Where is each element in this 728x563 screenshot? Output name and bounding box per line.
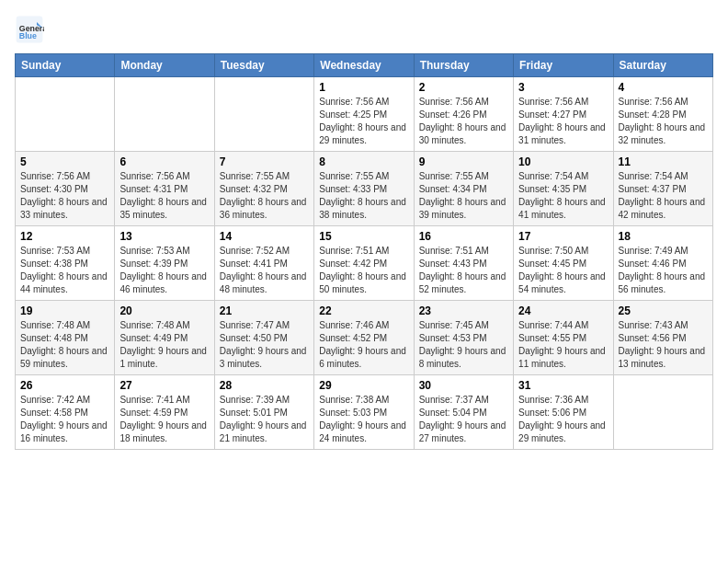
calendar-day-cell: 14Sunrise: 7:52 AM Sunset: 4:41 PM Dayli… bbox=[214, 226, 313, 301]
calendar-day-cell: 20Sunrise: 7:48 AM Sunset: 4:49 PM Dayli… bbox=[115, 301, 214, 375]
calendar-day-cell: 30Sunrise: 7:37 AM Sunset: 5:04 PM Dayli… bbox=[414, 375, 513, 450]
calendar-day-cell: 13Sunrise: 7:53 AM Sunset: 4:39 PM Dayli… bbox=[115, 226, 214, 301]
day-number: 30 bbox=[419, 379, 508, 392]
day-info: Sunrise: 7:36 AM Sunset: 5:06 PM Dayligh… bbox=[518, 394, 608, 445]
day-number: 28 bbox=[220, 379, 309, 392]
calendar-day-cell bbox=[613, 375, 712, 450]
calendar-day-cell: 11Sunrise: 7:54 AM Sunset: 4:37 PM Dayli… bbox=[613, 152, 712, 226]
calendar-day-header: Monday bbox=[115, 54, 214, 77]
calendar-day-cell bbox=[214, 77, 313, 152]
day-info: Sunrise: 7:56 AM Sunset: 4:31 PM Dayligh… bbox=[119, 170, 209, 222]
calendar-day-header: Wednesday bbox=[314, 54, 414, 77]
day-number: 17 bbox=[518, 230, 608, 243]
calendar-header-row: SundayMondayTuesdayWednesdayThursdayFrid… bbox=[16, 54, 713, 77]
calendar-day-cell: 29Sunrise: 7:38 AM Sunset: 5:03 PM Dayli… bbox=[314, 375, 414, 450]
day-number: 8 bbox=[319, 155, 408, 168]
day-number: 15 bbox=[319, 230, 408, 243]
day-number: 5 bbox=[20, 155, 109, 168]
calendar-week-row: 12Sunrise: 7:53 AM Sunset: 4:38 PM Dayli… bbox=[16, 226, 713, 301]
calendar-day-header: Saturday bbox=[613, 54, 712, 77]
calendar-day-cell: 10Sunrise: 7:54 AM Sunset: 4:35 PM Dayli… bbox=[514, 152, 613, 226]
calendar-day-cell: 28Sunrise: 7:39 AM Sunset: 5:01 PM Dayli… bbox=[214, 375, 313, 450]
day-info: Sunrise: 7:39 AM Sunset: 5:01 PM Dayligh… bbox=[220, 394, 309, 445]
svg-text:Blue: Blue bbox=[19, 31, 37, 40]
calendar-day-cell: 26Sunrise: 7:42 AM Sunset: 4:58 PM Dayli… bbox=[16, 375, 115, 450]
calendar-day-header: Tuesday bbox=[214, 54, 313, 77]
day-number: 16 bbox=[419, 230, 508, 243]
day-number: 23 bbox=[419, 304, 508, 317]
calendar-day-cell: 16Sunrise: 7:51 AM Sunset: 4:43 PM Dayli… bbox=[414, 226, 513, 301]
calendar-day-cell: 31Sunrise: 7:36 AM Sunset: 5:06 PM Dayli… bbox=[514, 375, 613, 450]
calendar-day-cell: 24Sunrise: 7:44 AM Sunset: 4:55 PM Dayli… bbox=[514, 301, 613, 375]
calendar-day-cell bbox=[115, 77, 214, 152]
calendar-day-cell: 22Sunrise: 7:46 AM Sunset: 4:52 PM Dayli… bbox=[314, 301, 414, 375]
calendar-day-cell: 6Sunrise: 7:56 AM Sunset: 4:31 PM Daylig… bbox=[115, 152, 214, 226]
calendar-day-cell: 19Sunrise: 7:48 AM Sunset: 4:48 PM Dayli… bbox=[16, 301, 115, 375]
calendar-body: 1Sunrise: 7:56 AM Sunset: 4:25 PM Daylig… bbox=[16, 77, 713, 450]
calendar-day-cell: 9Sunrise: 7:55 AM Sunset: 4:34 PM Daylig… bbox=[414, 152, 513, 226]
day-info: Sunrise: 7:51 AM Sunset: 4:42 PM Dayligh… bbox=[319, 245, 408, 296]
day-info: Sunrise: 7:53 AM Sunset: 4:38 PM Dayligh… bbox=[20, 245, 109, 296]
calendar-day-cell: 25Sunrise: 7:43 AM Sunset: 4:56 PM Dayli… bbox=[613, 301, 712, 375]
day-info: Sunrise: 7:41 AM Sunset: 4:59 PM Dayligh… bbox=[119, 394, 209, 445]
day-info: Sunrise: 7:56 AM Sunset: 4:26 PM Dayligh… bbox=[419, 96, 508, 147]
calendar-day-cell: 23Sunrise: 7:45 AM Sunset: 4:53 PM Dayli… bbox=[414, 301, 513, 375]
day-number: 4 bbox=[619, 81, 708, 94]
day-info: Sunrise: 7:45 AM Sunset: 4:53 PM Dayligh… bbox=[419, 319, 508, 371]
day-number: 22 bbox=[319, 304, 408, 317]
calendar-day-header: Sunday bbox=[16, 54, 115, 77]
day-info: Sunrise: 7:44 AM Sunset: 4:55 PM Dayligh… bbox=[518, 319, 608, 371]
calendar-day-cell: 15Sunrise: 7:51 AM Sunset: 4:42 PM Dayli… bbox=[314, 226, 414, 301]
calendar-day-cell: 17Sunrise: 7:50 AM Sunset: 4:45 PM Dayli… bbox=[514, 226, 613, 301]
calendar-day-cell: 3Sunrise: 7:56 AM Sunset: 4:27 PM Daylig… bbox=[514, 77, 613, 152]
calendar-week-row: 5Sunrise: 7:56 AM Sunset: 4:30 PM Daylig… bbox=[16, 152, 713, 226]
day-info: Sunrise: 7:50 AM Sunset: 4:45 PM Dayligh… bbox=[518, 245, 608, 296]
page-header: General Blue bbox=[15, 15, 713, 44]
calendar-day-cell: 8Sunrise: 7:55 AM Sunset: 4:33 PM Daylig… bbox=[314, 152, 414, 226]
day-info: Sunrise: 7:56 AM Sunset: 4:28 PM Dayligh… bbox=[619, 96, 708, 147]
day-info: Sunrise: 7:54 AM Sunset: 4:37 PM Dayligh… bbox=[619, 170, 708, 222]
day-info: Sunrise: 7:38 AM Sunset: 5:03 PM Dayligh… bbox=[319, 394, 408, 445]
day-info: Sunrise: 7:51 AM Sunset: 4:43 PM Dayligh… bbox=[419, 245, 508, 296]
calendar-day-cell: 21Sunrise: 7:47 AM Sunset: 4:50 PM Dayli… bbox=[214, 301, 313, 375]
day-info: Sunrise: 7:56 AM Sunset: 4:27 PM Dayligh… bbox=[518, 96, 608, 147]
day-number: 9 bbox=[419, 155, 508, 168]
calendar-week-row: 1Sunrise: 7:56 AM Sunset: 4:25 PM Daylig… bbox=[16, 77, 713, 152]
day-number: 26 bbox=[20, 379, 109, 392]
day-number: 27 bbox=[119, 379, 209, 392]
day-number: 25 bbox=[619, 304, 708, 317]
day-info: Sunrise: 7:37 AM Sunset: 5:04 PM Dayligh… bbox=[419, 394, 508, 445]
day-number: 24 bbox=[518, 304, 608, 317]
day-info: Sunrise: 7:48 AM Sunset: 4:48 PM Dayligh… bbox=[20, 319, 109, 371]
day-info: Sunrise: 7:56 AM Sunset: 4:25 PM Dayligh… bbox=[319, 96, 408, 147]
day-info: Sunrise: 7:53 AM Sunset: 4:39 PM Dayligh… bbox=[119, 245, 209, 296]
day-number: 13 bbox=[119, 230, 209, 243]
calendar-week-row: 26Sunrise: 7:42 AM Sunset: 4:58 PM Dayli… bbox=[16, 375, 713, 450]
day-number: 29 bbox=[319, 379, 408, 392]
day-info: Sunrise: 7:55 AM Sunset: 4:32 PM Dayligh… bbox=[220, 170, 309, 222]
day-number: 18 bbox=[619, 230, 708, 243]
logo: General Blue bbox=[15, 15, 48, 44]
calendar-day-cell: 2Sunrise: 7:56 AM Sunset: 4:26 PM Daylig… bbox=[414, 77, 513, 152]
day-number: 12 bbox=[20, 230, 109, 243]
day-number: 10 bbox=[518, 155, 608, 168]
calendar-table: SundayMondayTuesdayWednesdayThursdayFrid… bbox=[15, 53, 713, 450]
day-number: 6 bbox=[119, 155, 209, 168]
day-info: Sunrise: 7:47 AM Sunset: 4:50 PM Dayligh… bbox=[220, 319, 309, 371]
day-number: 14 bbox=[220, 230, 309, 243]
day-info: Sunrise: 7:48 AM Sunset: 4:49 PM Dayligh… bbox=[119, 319, 209, 371]
calendar-day-cell: 27Sunrise: 7:41 AM Sunset: 4:59 PM Dayli… bbox=[115, 375, 214, 450]
calendar-day-cell: 7Sunrise: 7:55 AM Sunset: 4:32 PM Daylig… bbox=[214, 152, 313, 226]
calendar-day-cell bbox=[16, 77, 115, 152]
calendar-day-cell: 18Sunrise: 7:49 AM Sunset: 4:46 PM Dayli… bbox=[613, 226, 712, 301]
day-number: 20 bbox=[119, 304, 209, 317]
day-info: Sunrise: 7:55 AM Sunset: 4:34 PM Dayligh… bbox=[419, 170, 508, 222]
day-number: 1 bbox=[319, 81, 408, 94]
day-info: Sunrise: 7:49 AM Sunset: 4:46 PM Dayligh… bbox=[619, 245, 708, 296]
day-number: 11 bbox=[619, 155, 708, 168]
calendar-week-row: 19Sunrise: 7:48 AM Sunset: 4:48 PM Dayli… bbox=[16, 301, 713, 375]
day-number: 3 bbox=[518, 81, 608, 94]
day-info: Sunrise: 7:56 AM Sunset: 4:30 PM Dayligh… bbox=[20, 170, 109, 222]
calendar-day-cell: 5Sunrise: 7:56 AM Sunset: 4:30 PM Daylig… bbox=[16, 152, 115, 226]
day-number: 31 bbox=[518, 379, 608, 392]
